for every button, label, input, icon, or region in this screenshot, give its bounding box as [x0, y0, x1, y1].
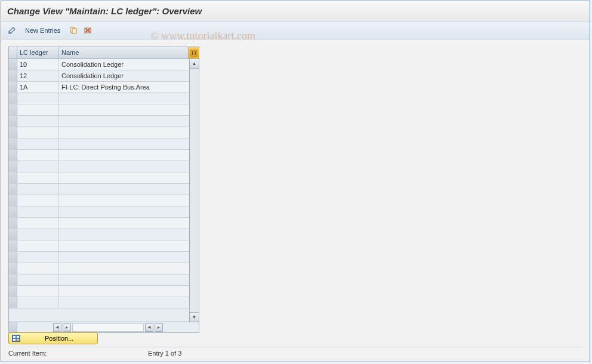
table-row[interactable]: 10Consolidation Ledger — [9, 59, 189, 70]
row-selector[interactable] — [9, 104, 17, 115]
table-settings-button[interactable] — [188, 47, 199, 58]
select-all-handle[interactable] — [9, 47, 17, 58]
cell-name[interactable] — [59, 274, 189, 285]
table-row[interactable] — [9, 93, 189, 104]
cell-name[interactable] — [59, 195, 189, 206]
cell-name[interactable] — [59, 127, 189, 138]
cell-lc-ledger[interactable] — [17, 93, 59, 104]
cell-name[interactable] — [59, 218, 189, 229]
table-row[interactable] — [9, 184, 189, 195]
row-selector[interactable] — [9, 70, 17, 81]
cell-lc-ledger[interactable] — [17, 206, 59, 217]
cell-lc-ledger[interactable]: 12 — [17, 70, 59, 81]
cell-lc-ledger[interactable] — [17, 218, 59, 229]
cell-lc-ledger[interactable] — [17, 127, 59, 138]
column-header-lc-ledger[interactable]: LC ledger — [17, 47, 59, 58]
new-entries-button[interactable]: New Entries — [20, 25, 65, 36]
table-row[interactable] — [9, 229, 189, 240]
scroll-right-button[interactable]: ◄ — [145, 323, 153, 332]
horizontal-scrollbar[interactable]: ◄ ▸ ◄ ▸ — [17, 322, 199, 332]
table-row[interactable] — [9, 138, 189, 150]
row-selector[interactable] — [9, 138, 17, 149]
row-selector[interactable] — [9, 195, 17, 206]
table-row[interactable] — [9, 150, 189, 161]
scroll-last-button[interactable]: ▸ — [155, 323, 163, 332]
cell-name[interactable] — [59, 229, 189, 240]
toggle-edit-button[interactable] — [6, 24, 18, 36]
row-selector[interactable] — [9, 218, 17, 229]
row-selector[interactable] — [9, 82, 17, 92]
table-row[interactable] — [9, 218, 189, 229]
cell-lc-ledger[interactable] — [17, 274, 59, 285]
row-selector[interactable] — [9, 252, 17, 263]
row-selector[interactable] — [9, 229, 17, 240]
cell-name[interactable] — [59, 286, 189, 297]
table-row[interactable] — [9, 206, 189, 218]
cell-lc-ledger[interactable] — [17, 263, 59, 274]
cell-lc-ledger[interactable] — [17, 104, 59, 115]
cell-name[interactable] — [59, 206, 189, 217]
row-selector[interactable] — [9, 206, 17, 217]
row-selector[interactable] — [9, 286, 17, 297]
cell-lc-ledger[interactable] — [17, 172, 59, 183]
copy-button[interactable] — [67, 24, 79, 36]
cell-lc-ledger[interactable] — [17, 184, 59, 195]
table-row[interactable] — [9, 127, 189, 138]
position-button[interactable]: Position... — [8, 332, 98, 344]
scroll-down-button[interactable]: ▼ — [190, 312, 199, 322]
cell-name[interactable] — [59, 184, 189, 195]
cell-name[interactable] — [59, 263, 189, 274]
row-selector[interactable] — [9, 59, 17, 70]
cell-lc-ledger[interactable] — [17, 161, 59, 172]
column-header-name[interactable]: Name — [59, 47, 188, 58]
scroll-up-button[interactable]: ▲ — [190, 59, 199, 69]
table-row[interactable] — [9, 263, 189, 274]
table-row[interactable] — [9, 240, 189, 252]
row-selector[interactable] — [9, 93, 17, 104]
cell-name[interactable] — [59, 252, 189, 263]
cell-lc-ledger[interactable]: 10 — [17, 59, 59, 70]
cell-name[interactable] — [59, 116, 189, 127]
row-selector[interactable] — [9, 150, 17, 161]
table-row[interactable] — [9, 297, 189, 309]
cell-lc-ledger[interactable] — [17, 252, 59, 263]
row-selector[interactable] — [9, 172, 17, 183]
row-selector[interactable] — [9, 184, 17, 195]
cell-name[interactable] — [59, 138, 189, 149]
delete-button[interactable] — [82, 24, 94, 36]
cell-lc-ledger[interactable] — [17, 116, 59, 127]
cell-name[interactable] — [59, 93, 189, 104]
table-row[interactable] — [9, 104, 189, 116]
scroll-first-button[interactable]: ◄ — [53, 323, 61, 332]
table-row[interactable] — [9, 161, 189, 172]
cell-name[interactable]: Consolidation Ledger — [59, 70, 189, 81]
cell-name[interactable] — [59, 150, 189, 161]
cell-lc-ledger[interactable] — [17, 195, 59, 206]
cell-lc-ledger[interactable] — [17, 297, 59, 308]
cell-lc-ledger[interactable] — [17, 229, 59, 240]
cell-name[interactable] — [59, 240, 189, 251]
row-selector[interactable] — [9, 161, 17, 172]
row-selector[interactable] — [9, 116, 17, 127]
cell-name[interactable]: Consolidation Ledger — [59, 59, 189, 70]
row-selector[interactable] — [9, 127, 17, 138]
table-row[interactable] — [9, 286, 189, 297]
table-row[interactable] — [9, 195, 189, 206]
row-selector[interactable] — [9, 263, 17, 274]
row-selector[interactable] — [9, 274, 17, 285]
table-row[interactable] — [9, 274, 189, 286]
table-row[interactable] — [9, 252, 189, 263]
table-row[interactable]: 1AFI-LC: Direct Postng Bus.Area — [9, 82, 189, 93]
cell-name[interactable] — [59, 104, 189, 115]
cell-lc-ledger[interactable]: 1A — [17, 82, 59, 92]
scroll-left-button[interactable]: ▸ — [63, 323, 71, 332]
table-row[interactable] — [9, 116, 189, 127]
row-selector[interactable] — [9, 297, 17, 308]
cell-lc-ledger[interactable] — [17, 286, 59, 297]
cell-name[interactable] — [59, 172, 189, 183]
cell-name[interactable] — [59, 297, 189, 308]
vertical-scrollbar[interactable]: ▲ ▼ — [189, 59, 199, 322]
cell-name[interactable]: FI-LC: Direct Postng Bus.Area — [59, 82, 189, 92]
cell-lc-ledger[interactable] — [17, 240, 59, 251]
cell-lc-ledger[interactable] — [17, 138, 59, 149]
